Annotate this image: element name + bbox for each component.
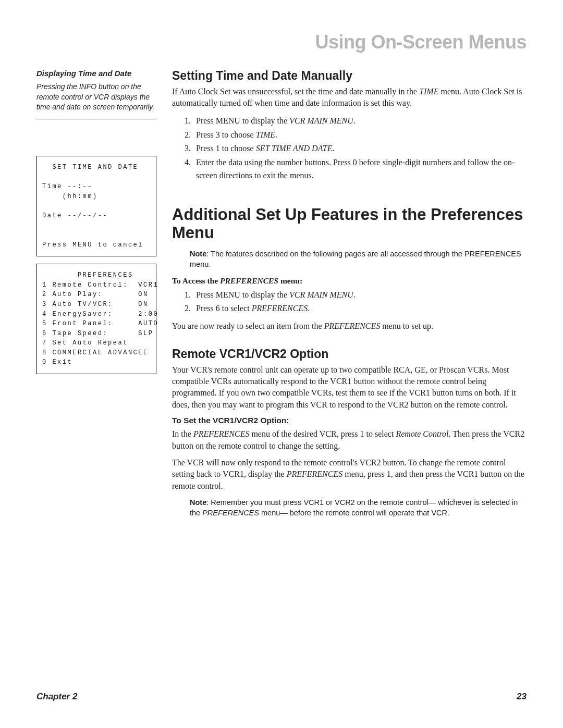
menu-name: PREFERENCES: [202, 509, 259, 517]
text: You are now ready to select an item from…: [172, 322, 324, 330]
text: Press 6 to select: [196, 304, 252, 313]
paragraph: The VCR will now only respond to the rem…: [172, 457, 527, 492]
paragraph: You are now ready to select an item from…: [172, 320, 527, 332]
paragraph: In the PREFERENCES menu of the desired V…: [172, 428, 527, 452]
run-in-heading: To Access the PREFERENCES menu:: [172, 276, 527, 286]
osd-line: PREFERENCES: [42, 272, 133, 279]
text: menu to set up.: [380, 322, 433, 330]
footer-page-number: 23: [517, 692, 527, 702]
heading-preferences: Additional Set Up Features in the Prefer…: [172, 205, 527, 242]
step-item: Press 3 to choose TIME.: [193, 129, 527, 142]
step-item: Press MENU to display the VCR MAIN MENU.: [193, 289, 527, 302]
note-box: Note: Remember you must press VCR1 or VC…: [190, 497, 527, 519]
note-label: Note: [190, 498, 206, 507]
osd-line: 5 Front Panel: AUTO: [42, 320, 158, 327]
text: .: [308, 304, 310, 313]
text: .: [275, 130, 277, 139]
text: Press 3 to choose: [196, 130, 256, 139]
note-label: Note: [190, 250, 206, 258]
sidebar-column: Displaying Time and Date Pressing the IN…: [36, 69, 156, 525]
text: If Auto Clock Set was unsuccessful, set …: [172, 87, 419, 96]
osd-line: SET TIME AND DATE: [42, 164, 138, 171]
steps-list: Press MENU to display the VCR MAIN MENU.…: [172, 289, 527, 316]
osd-line: 2 Auto Play: ON: [42, 291, 149, 298]
chapter-header: Using On-Screen Menus: [36, 31, 527, 53]
osd-line: 7 Set Auto Repeat: [42, 339, 128, 347]
step-item: Enter the data using the number buttons.…: [193, 156, 527, 182]
run-in-heading: To Set the VCR1/VCR2 Option:: [172, 416, 527, 425]
menu-name: PREFERENCES: [324, 322, 381, 330]
osd-line: Press MENU to cancel: [42, 241, 143, 249]
text: menu— before the remote control will ope…: [259, 509, 449, 517]
text: Press MENU to display the: [196, 290, 289, 299]
menu-name: PREFERENCES: [252, 304, 308, 313]
osd-line: 6 Tape Speed: SLP: [42, 330, 153, 337]
text: Press 1 to choose: [196, 144, 256, 153]
text: menu:: [278, 276, 302, 285]
osd-line: 0 Exit: [42, 359, 72, 366]
sidebar-tip-body: Pressing the INFO button on the remote c…: [36, 82, 156, 119]
menu-name: PREFERENCES: [220, 276, 278, 285]
osd-line: 4 EnergySaver: 2:00: [42, 311, 158, 318]
text: Enter the data using the number buttons.…: [196, 158, 515, 180]
note-box: Note: The features described on the foll…: [190, 249, 527, 270]
heading-remote-option: Remote VCR1/VCR2 Option: [172, 347, 527, 361]
text: .: [353, 290, 356, 299]
osd-line: 8 COMMERCIAL ADVANCEE: [42, 349, 149, 356]
menu-name: VCR MAIN MENU: [289, 290, 353, 299]
osd-line: 1 Remote Control: VCR1: [42, 281, 158, 289]
text: menu of the desired VCR, press 1 to sele…: [249, 429, 396, 438]
menu-name: SET TIME AND DATE: [256, 144, 333, 153]
text: To Access the: [172, 276, 220, 285]
sidebar-tip-heading: Displaying Time and Date: [36, 69, 156, 78]
manual-page: Using On-Screen Menus Displaying Time an…: [0, 0, 563, 728]
osd-preferences: PREFERENCES 1 Remote Control: VCR1 2 Aut…: [36, 264, 156, 374]
paragraph: If Auto Clock Set was unsuccessful, set …: [172, 86, 527, 109]
footer-chapter: Chapter 2: [36, 692, 77, 702]
osd-line: Date --/--/--: [42, 212, 108, 219]
content-columns: Displaying Time and Date Pressing the IN…: [36, 69, 527, 525]
step-item: Press 6 to select PREFERENCES.: [193, 302, 527, 315]
step-item: Press MENU to display the VCR MAIN MENU.: [193, 115, 527, 128]
menu-name: VCR MAIN MENU: [289, 116, 353, 125]
page-footer: Chapter 2 23: [36, 692, 527, 702]
menu-name: PREFERENCES: [193, 429, 250, 438]
menu-name: TIME: [256, 130, 275, 139]
text: .: [353, 116, 356, 125]
step-item: Press 1 to choose SET TIME AND DATE.: [193, 142, 527, 155]
menu-name: PREFERENCES: [287, 470, 343, 478]
menu-name: Remote Control: [396, 429, 448, 438]
steps-list: Press MENU to display the VCR MAIN MENU.…: [172, 115, 527, 182]
heading-setting-time: Setting Time and Date Manually: [172, 69, 527, 83]
osd-line: Time --:--: [42, 183, 93, 190]
osd-set-time-date: SET TIME AND DATE Time --:-- (hh:mm) Dat…: [36, 156, 156, 256]
text: : The features described on the followin…: [190, 250, 521, 268]
text: In the: [172, 429, 193, 438]
paragraph: Your VCR's remote control unit can opera…: [172, 364, 527, 411]
osd-line: (hh:mm): [42, 193, 98, 200]
osd-line: 3 Auto TV/VCR: ON: [42, 301, 149, 308]
text: .: [332, 144, 334, 153]
menu-name: TIME: [419, 87, 438, 96]
main-column: Setting Time and Date Manually If Auto C…: [172, 69, 527, 525]
text: Press MENU to display the: [196, 116, 289, 125]
